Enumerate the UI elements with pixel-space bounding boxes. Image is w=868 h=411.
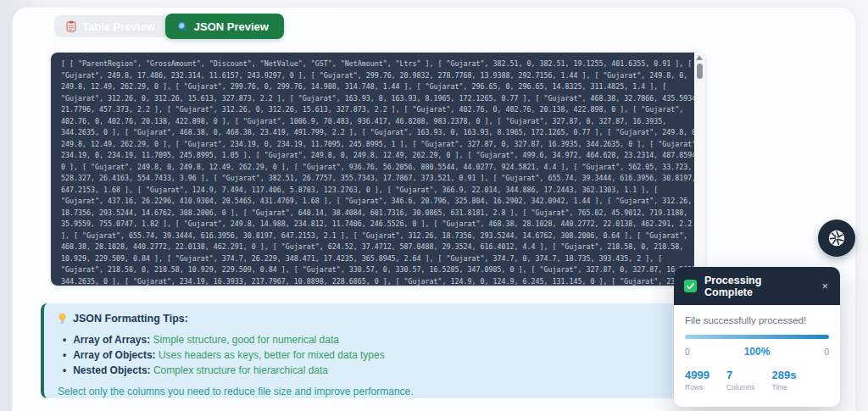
check-square-icon xyxy=(684,280,697,292)
progress-labels: 0 100% 0 xyxy=(685,346,829,358)
stat-rows: 4999 Rows xyxy=(685,369,709,392)
json-line: "Gujarat", 437.16, 26.2296, 410.9304, 20… xyxy=(61,196,691,208)
stat-time-value: 289s xyxy=(771,369,796,381)
stat-time-label: Time xyxy=(771,383,796,392)
progress-bar xyxy=(685,335,829,339)
json-line: 402.76, 0, 402.76, 20.138, 422.898, 0 ],… xyxy=(61,116,691,128)
preview-tabbar: Table Preview JSON Preview xyxy=(54,14,284,39)
json-line: [ [ "ParentRegion", "GrossAmount", "Disc… xyxy=(61,58,691,70)
stat-columns-label: Columns xyxy=(726,383,755,392)
json-code-block[interactable]: [ [ "ParentRegion", "GrossAmount", "Disc… xyxy=(51,53,694,286)
toast-title: Processing Complete xyxy=(704,275,812,298)
progress-percent: 100% xyxy=(744,346,771,358)
json-line: 10.929, 229.509, 0.84 ], [ "Gujarat", 37… xyxy=(61,253,691,265)
toast-stats: 4999 Rows 7 Columns 289s Time xyxy=(685,369,829,392)
json-line: 249.8, 12.49, 262.29, 0 ], [ "Gujarat", … xyxy=(61,139,691,151)
json-line: 234.19, 0, 234.19, 11.7095, 245.8995, 1.… xyxy=(61,150,691,162)
json-line: 468.38, 28.1028, 440.2772, 22.0138, 462.… xyxy=(61,242,691,253)
toast-message: File successfully processed! xyxy=(685,315,829,325)
toast-header: Processing Complete × xyxy=(674,267,840,305)
magnifier-icon xyxy=(177,21,188,32)
toast-body: File successfully processed! 0 100% 0 49… xyxy=(674,305,840,392)
stat-rows-label: Rows xyxy=(685,383,709,392)
json-preview-panel: [ [ "ParentRegion", "GrossAmount", "Disc… xyxy=(51,53,705,286)
json-line: ], [ "Gujarat", 655.74, 39.3444, 616.395… xyxy=(61,230,691,242)
stat-time: 289s Time xyxy=(771,369,796,392)
stat-rows-value: 4999 xyxy=(685,369,709,381)
scroll-up-arrow-icon[interactable] xyxy=(696,55,703,60)
assistant-fab-button[interactable] xyxy=(818,219,855,257)
tab-json-preview[interactable]: JSON Preview xyxy=(165,14,284,39)
tab-table-preview-label: Table Preview xyxy=(82,20,155,33)
tab-table-preview[interactable]: Table Preview xyxy=(54,15,170,37)
code-scrollbar[interactable] xyxy=(694,53,705,286)
lightbulb-icon xyxy=(58,313,67,325)
json-line: 528.327, 26.4163, 554.7433, 3.96 ], [ "G… xyxy=(61,173,691,185)
json-line: 249.8, 12.49, 262.29, 0 ], [ "Gujarat", … xyxy=(61,81,691,93)
tips-title: JSON Formatting Tips: xyxy=(73,313,188,325)
stat-columns: 7 Columns xyxy=(726,369,755,392)
json-line: 0 ], [ "Gujarat", 249.8, 0, 249.8, 12.49… xyxy=(61,162,691,174)
json-line: 18.7356, 293.5244, 14.6762, 308.2006, 0 … xyxy=(61,208,691,219)
shutter-icon xyxy=(827,229,846,247)
clipboard-icon xyxy=(66,20,76,32)
scrollbar-thumb[interactable] xyxy=(697,64,703,79)
json-line: "Gujarat", 312.26, 0, 312.26, 15.613, 32… xyxy=(61,93,691,105)
json-line: "Gujarat", 218.58, 0, 218.58, 10.929, 22… xyxy=(61,264,691,276)
tab-json-preview-label: JSON Preview xyxy=(194,20,269,33)
progress-max: 0 xyxy=(824,347,829,357)
stat-columns-value: 7 xyxy=(726,369,755,381)
close-icon[interactable]: × xyxy=(820,279,830,293)
json-line: 344.2635, 0 ], [ "Gujarat", 468.38, 0, 4… xyxy=(61,127,691,139)
progress-min: 0 xyxy=(685,347,690,357)
json-line: 647.2153, 1.68 ], [ "Gujarat", 124.9, 7.… xyxy=(61,185,691,197)
json-line: "Gujarat", 249.8, 17.486, 232.314, 11.61… xyxy=(61,70,691,82)
json-line: 21.7796, 457.373, 2.2 ], [ "Gujarat", 31… xyxy=(61,104,691,116)
json-line: 344.2635, 0 ], [ "Gujarat", 234.19, 16.3… xyxy=(61,276,691,286)
json-preview-page: Table Preview JSON Preview [ [ "ParentRe… xyxy=(0,0,868,411)
json-line: 35.9559, 755.0747, 1.82 ], [ "Gujarat", … xyxy=(61,219,691,230)
processing-complete-toast: Processing Complete × File successfully … xyxy=(674,267,840,407)
